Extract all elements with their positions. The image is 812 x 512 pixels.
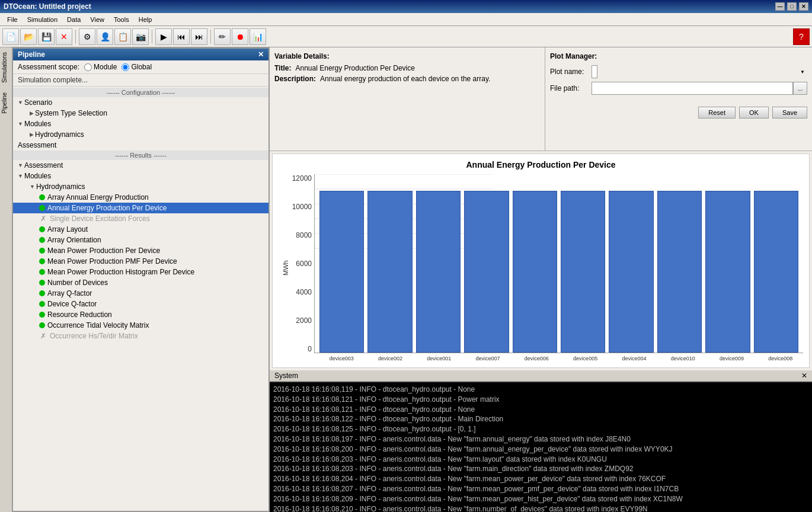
scope-global-radio[interactable] xyxy=(122,63,129,71)
hs-te-label: Occurrence Hs/Te/dir Matrix xyxy=(50,332,138,340)
array-layout-status xyxy=(39,226,45,232)
browse-button[interactable]: ... xyxy=(793,82,807,95)
scope-module-option[interactable]: Module xyxy=(84,63,117,71)
tree-mean-power-pmf[interactable]: Mean Power Production PMF Per Device xyxy=(13,256,268,267)
pipeline-close-button[interactable]: ✕ xyxy=(258,50,264,59)
settings-button[interactable]: ⚙ xyxy=(79,28,95,45)
y-axis-label: MWh xyxy=(279,174,289,361)
record-button[interactable]: ⏺ xyxy=(232,28,248,45)
minimize-button[interactable]: — xyxy=(775,2,785,11)
menu-view[interactable]: View xyxy=(85,15,109,24)
scope-module-label: Module xyxy=(94,63,117,71)
tree-hs-te[interactable]: ✗ Occurrence Hs/Te/dir Matrix xyxy=(13,331,268,341)
scope-module-radio[interactable] xyxy=(84,63,92,71)
tree-modules-results[interactable]: ▼ Modules xyxy=(13,171,268,181)
user-button[interactable]: 👤 xyxy=(97,28,113,45)
log-line: 2016-10-18 16:16:08,203 - INFO - aneris.… xyxy=(273,455,808,465)
sim-status: Simulation complete... xyxy=(13,74,268,87)
array-q-label: Array Q-factor xyxy=(47,289,92,297)
tree-device-q[interactable]: Device Q-factor xyxy=(13,299,268,309)
hydro-config-arrow: ▶ xyxy=(30,132,34,137)
ok-button[interactable]: OK xyxy=(739,107,769,119)
hydro-config-label: Hydrodynamics xyxy=(35,130,84,139)
annual-per-device-status xyxy=(39,205,45,211)
scope-global-option[interactable]: Global xyxy=(122,63,152,71)
tree-hydro-config[interactable]: ▶ Hydrodynamics xyxy=(13,129,268,140)
y-tick: 4000 xyxy=(296,288,312,296)
menu-simulation[interactable]: Simulation xyxy=(23,15,62,24)
array-orientation-label: Array Orientation xyxy=(47,236,101,244)
save-button[interactable]: 💾 xyxy=(38,28,55,45)
screenshot-button[interactable]: 📷 xyxy=(132,28,149,45)
reset-button[interactable]: Reset xyxy=(698,107,736,119)
save-plot-button[interactable]: Save xyxy=(772,107,807,119)
y-tick: 12000 xyxy=(292,174,312,183)
tree-single-device[interactable]: ✗ Single Device Excitation Forces xyxy=(13,213,268,224)
toolbar-sep-2 xyxy=(152,30,152,44)
tree-annual-per-device[interactable]: Annual Energy Production Per Device xyxy=(13,203,268,213)
bar-group xyxy=(609,174,653,353)
bar-group xyxy=(754,174,798,353)
system-type-arrow: ▶ xyxy=(30,110,34,116)
help-button[interactable]: ? xyxy=(793,28,810,45)
x-label: device010 xyxy=(660,356,705,361)
plot-name-select[interactable] xyxy=(592,65,597,78)
close-proj-button[interactable]: ✕ xyxy=(56,28,72,45)
run-button[interactable]: ▶ xyxy=(155,28,172,45)
window-controls[interactable]: — □ ✕ xyxy=(775,2,808,11)
tree-assessment-config[interactable]: Assessment xyxy=(13,140,268,151)
pipeline-panel: Pipeline ✕ Assessment scope: Module Glob… xyxy=(12,47,270,512)
bar-group xyxy=(513,174,557,353)
close-button[interactable]: ✕ xyxy=(799,2,808,11)
tree-tidal-velocity[interactable]: Occurrence Tidal Velocity Matrix xyxy=(13,320,268,331)
pipeline-tab[interactable]: Pipeline xyxy=(0,88,12,119)
system-panel-close[interactable]: ✕ xyxy=(801,372,807,380)
copy-button[interactable]: 📋 xyxy=(114,28,131,45)
tree-mean-power-hist[interactable]: Mean Power Production Histogram Per Devi… xyxy=(13,267,268,277)
file-path-input[interactable] xyxy=(592,82,793,95)
tree-array-orientation[interactable]: Array Orientation xyxy=(13,235,268,245)
tree-scenario[interactable]: ▼ Scenario xyxy=(13,97,268,108)
bar xyxy=(464,191,509,353)
results-divider: ------ Results ------ xyxy=(13,151,268,160)
tidal-velocity-status xyxy=(39,322,45,328)
tree-mean-power[interactable]: Mean Power Production Per Device xyxy=(13,245,268,256)
open-button[interactable]: 📂 xyxy=(20,28,37,45)
tree-system-type[interactable]: ▶ System Type Selection xyxy=(13,108,268,119)
system-panel-header: System ✕ xyxy=(270,370,812,382)
log-line: 2016-10-18 16:16:08,121 - INFO - dtocean… xyxy=(273,395,808,405)
bar xyxy=(754,191,798,353)
y-ticks: 120001000080006000400020000 xyxy=(289,174,314,353)
pause-button[interactable]: ⏮ xyxy=(173,28,190,45)
plot-manager-title: Plot Manager: xyxy=(550,52,807,60)
menu-help[interactable]: Help xyxy=(134,15,157,24)
menu-tools[interactable]: Tools xyxy=(109,15,134,24)
menu-file[interactable]: File xyxy=(2,15,23,24)
system-log[interactable]: 2016-10-18 16:16:08,119 - INFO - dtocean… xyxy=(270,382,812,512)
mean-power-label: Mean Power Production Per Device xyxy=(47,247,160,255)
tree-array-layout[interactable]: Array Layout xyxy=(13,224,268,235)
tree-num-devices[interactable]: Number of Devices xyxy=(13,277,268,288)
tree-hydro-results[interactable]: ▼ Hydrodynamics xyxy=(13,181,268,192)
tree-array-q[interactable]: Array Q-factor xyxy=(13,288,268,299)
edit-button[interactable]: ✏ xyxy=(214,28,231,45)
new-button[interactable]: 📄 xyxy=(2,28,19,45)
hs-te-status: ✗ xyxy=(39,332,47,340)
y-tick: 2000 xyxy=(296,316,312,325)
tree-modules-config[interactable]: ▼ Modules xyxy=(13,119,268,129)
single-device-label: Single Device Excitation Forces xyxy=(50,215,150,223)
bar xyxy=(319,191,364,353)
log-line: 2016-10-18 16:16:08,119 - INFO - dtocean… xyxy=(273,385,808,395)
step-button[interactable]: ⏭ xyxy=(191,28,207,45)
log-line: 2016-10-18 16:16:08,121 - INFO - dtocean… xyxy=(273,405,808,415)
tree-resource[interactable]: Resource Reduction xyxy=(13,309,268,320)
toolbar-sep-1 xyxy=(75,30,76,44)
simulations-tab[interactable]: Simulations xyxy=(0,47,12,88)
assessment-config-label: Assessment xyxy=(18,141,56,149)
tree-array-annual[interactable]: Array Annual Energy Production xyxy=(13,192,268,203)
menu-bar: File Simulation Data View Tools Help xyxy=(0,13,812,26)
chart-button[interactable]: 📊 xyxy=(250,28,266,45)
menu-data[interactable]: Data xyxy=(62,15,85,24)
maximize-button[interactable]: □ xyxy=(787,2,797,11)
tree-assessment-results[interactable]: ▼ Assessment xyxy=(13,160,268,171)
